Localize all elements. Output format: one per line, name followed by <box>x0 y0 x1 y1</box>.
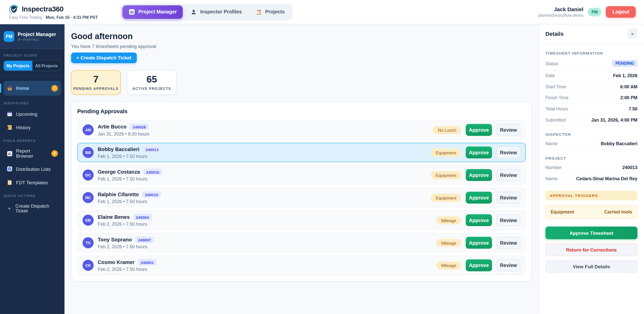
detail-label: Date <box>545 73 555 78</box>
detail-value: 7.50 <box>629 106 637 111</box>
project-number-badge: 240001 <box>138 259 157 266</box>
logout-button[interactable]: Logout <box>606 6 636 18</box>
review-button[interactable]: Review <box>497 214 521 226</box>
close-button[interactable]: × <box>627 29 637 39</box>
sidebar-item-fdt-templates[interactable]: FDT Templates <box>3 176 61 188</box>
sidebar-item-upcoming[interactable]: Upcoming <box>3 108 61 120</box>
review-button[interactable]: Review <box>497 259 521 271</box>
stat-value: 7 <box>93 74 99 84</box>
detail-value: Bobby Baccalieri <box>601 141 637 146</box>
scope-all-projects[interactable]: All Projects <box>32 61 61 71</box>
trigger-tag: Mileage <box>436 261 461 269</box>
approval-row[interactable]: BB Bobby Baccalieri 240013 Feb 1, 2026 •… <box>77 143 526 162</box>
shield-check-icon <box>9 4 19 14</box>
scope-my-projects[interactable]: My Projects <box>4 61 32 71</box>
return-for-corrections-button[interactable]: Return for Corrections <box>545 243 637 256</box>
review-button[interactable]: Review <box>497 124 521 136</box>
sidebar-item-create-dispatch-ticket[interactable]: + Create Dispatch Ticket <box>3 201 61 216</box>
portal-code: [P-PORTAL] <box>18 38 56 41</box>
nav-tab-label: Projects <box>265 9 285 15</box>
approval-row[interactable]: GC George Costanza 240016 Feb 1, 2026 • … <box>77 166 526 185</box>
app-root: Inspectra360 Easy Flow Testing · Mon, Fe… <box>0 0 644 314</box>
sidebar-item-history[interactable]: History <box>3 122 61 134</box>
approve-button[interactable]: Approve <box>466 259 492 271</box>
detail-value: 2:00 PM <box>620 95 637 100</box>
portal-badge: PM <box>4 31 14 42</box>
top-bar: Inspectra360 Easy Flow Testing · Mon, Fe… <box>0 0 644 24</box>
user-name: Jack Daniel <box>538 6 584 12</box>
project-label: PROJECT <box>545 156 637 160</box>
avatar: RC <box>83 192 94 203</box>
trigger-note: Carried tools <box>604 209 632 214</box>
approval-row[interactable]: CK Cosmo Kramer 240001 Feb 2, 2026 • 7.5… <box>77 256 526 275</box>
details-title: Details <box>545 30 564 37</box>
sidebar-item-label: Report Browser <box>16 148 48 158</box>
brand-name: Inspectra360 <box>22 5 64 13</box>
greeting-title: Good afternoon <box>71 31 532 41</box>
approval-triggers-label: APPROVAL TRIGGERS <box>545 191 637 200</box>
bar-chart-icon <box>129 9 135 15</box>
timesheet-meta: Feb 1, 2026 • 7.50 hours <box>98 199 161 204</box>
stat-card-pending-approvals[interactable]: 7 PENDING APPROVALS <box>71 70 121 95</box>
approval-row[interactable]: AB Artie Bucco 240028 Jan 31, 2026 • 8.0… <box>77 120 526 140</box>
approval-row[interactable]: RC Ralphie Cifaretto 240019 Feb 1, 2026 … <box>77 188 526 207</box>
detail-label: Name <box>545 141 557 146</box>
home-count-badge: 7 <box>51 85 58 92</box>
avatar: TS <box>83 237 94 248</box>
sidebar-item-distribution-lists[interactable]: Distribution Lists <box>3 163 61 175</box>
inspector-name: George Costanza <box>98 169 140 175</box>
approve-button[interactable]: Approve <box>466 146 492 158</box>
project-number-badge: 240007 <box>135 236 154 243</box>
trigger-type: Equipment <box>551 209 574 214</box>
detail-row: Name Bobby Baccalieri <box>545 138 637 150</box>
create-dispatch-ticket-button[interactable]: + Create Dispatch Ticket <box>71 53 137 63</box>
pending-approvals-card: Pending Approvals AB Artie Bucco 240028 … <box>71 102 532 282</box>
sidebar-item-label: Create Dispatch Ticket <box>15 204 58 213</box>
sidebar: PM Project Manager [P-PORTAL] PROJECT SC… <box>0 24 65 314</box>
detail-value: Cedars-Sinai Marina Del Rey <box>576 176 637 181</box>
review-button[interactable]: Review <box>497 192 521 204</box>
project-scope-label: PROJECT SCOPE <box>0 49 65 59</box>
timesheet-meta: Jan 31, 2026 • 8.00 hours <box>98 131 149 136</box>
plus-icon: + <box>7 205 12 211</box>
detail-label: Finish Time <box>545 95 569 100</box>
project-number-badge: 240016 <box>143 169 162 175</box>
review-button[interactable]: Review <box>497 237 521 249</box>
approval-trigger-item: Equipment Carried tools <box>545 205 637 219</box>
trigger-tag: Equipment <box>431 148 461 156</box>
timesheet-meta: Feb 2, 2026 • 7.50 hours <box>98 222 152 226</box>
sidebar-item-report-browser[interactable]: Report Browser 6 <box>3 146 61 161</box>
scroll-icon <box>7 124 13 130</box>
sidebar-item-home[interactable]: Home 7 <box>3 81 61 95</box>
detail-row: Start Time 6:00 AM <box>545 81 637 92</box>
approve-timesheet-button[interactable]: Approve Timesheet <box>545 226 637 239</box>
stat-card-active-projects[interactable]: 65 ACTIVE PROJECTS <box>127 70 177 95</box>
view-full-details-button[interactable]: View Full Details <box>545 260 637 273</box>
trigger-tag: Equipment <box>431 193 461 202</box>
trigger-tag: Mileage <box>436 239 461 247</box>
detail-row: Submitted Jan 31, 2026, 4:00 PM <box>545 114 637 126</box>
avatar: AB <box>83 124 94 136</box>
nav-tab-inspector-profiles[interactable]: Inspector Profiles <box>185 5 248 19</box>
project-number-badge: 240019 <box>142 191 161 198</box>
sidebar-item-label: Upcoming <box>16 111 37 116</box>
nav-tab-project-manager[interactable]: Project Manager <box>122 5 183 19</box>
approve-button[interactable]: Approve <box>466 192 492 204</box>
approval-row[interactable]: EB Elaine Benes 240004 Feb 2, 2026 • 7.5… <box>77 210 526 230</box>
approve-button[interactable]: Approve <box>466 214 492 226</box>
clipboard-icon <box>7 179 13 185</box>
detail-label: Total Hours <box>545 106 568 111</box>
timesheet-meta: Feb 1, 2026 • 7.50 hours <box>98 176 162 181</box>
approve-button[interactable]: Approve <box>466 124 492 136</box>
details-panel: Details × TIMESHEET INFORMATION Status P… <box>538 24 644 314</box>
nav-tab-label: Project Manager <box>138 9 177 15</box>
project-scope-toggle: My Projects All Projects <box>3 60 61 71</box>
review-button[interactable]: Review <box>497 146 521 158</box>
approve-button[interactable]: Approve <box>466 237 492 249</box>
approval-row[interactable]: TS Tony Soprano 240007 Feb 2, 2026 • 7.5… <box>77 233 526 252</box>
nav-tab-label: Inspector Profiles <box>200 9 242 15</box>
nav-tab-projects[interactable]: Projects <box>250 5 291 19</box>
review-button[interactable]: Review <box>497 169 521 181</box>
approve-button[interactable]: Approve <box>466 169 492 181</box>
main-content: Good afternoon You have 7 timesheets pen… <box>65 24 539 314</box>
